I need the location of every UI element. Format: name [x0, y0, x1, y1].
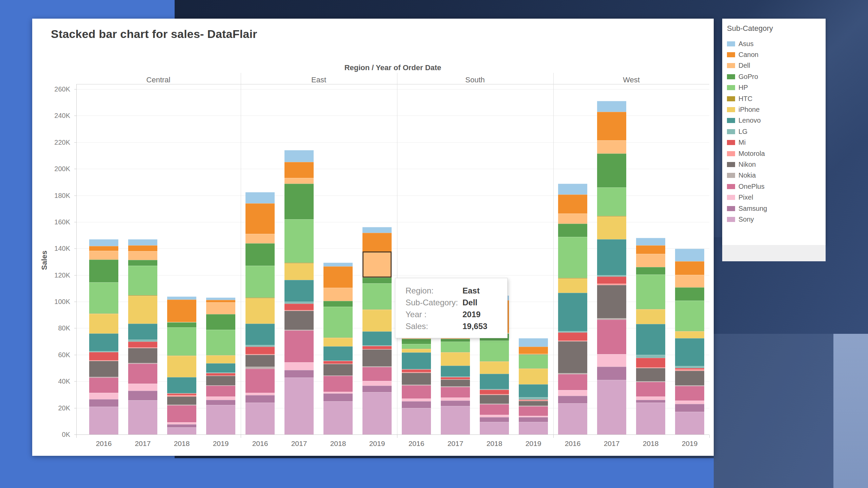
- bar-segment-iphone[interactable]: [245, 298, 275, 323]
- bar-segment-sony[interactable]: [597, 380, 626, 434]
- bar-segment-lenovo[interactable]: [167, 377, 196, 393]
- bar-segment-pixel[interactable]: [441, 398, 470, 401]
- bar-segment-gopro[interactable]: [597, 154, 626, 187]
- bar-segment-iphone[interactable]: [480, 362, 509, 373]
- bar-segment-hp[interactable]: [675, 301, 704, 331]
- bar-segment-lenovo[interactable]: [362, 331, 392, 346]
- bar-segment-gopro[interactable]: [206, 314, 235, 330]
- bar-segment-hp[interactable]: [167, 327, 196, 355]
- bar-segment-iphone[interactable]: [402, 349, 431, 352]
- bar-segment-lenovo[interactable]: [636, 324, 665, 354]
- bar-segment-samsung[interactable]: [402, 401, 431, 408]
- bar-segment-dell[interactable]: [128, 251, 157, 260]
- bar-segment-mi[interactable]: [636, 358, 665, 367]
- bar-segment-sony[interactable]: [519, 422, 548, 434]
- bar-segment-lenovo[interactable]: [89, 333, 118, 351]
- bar-segment-nikon[interactable]: [362, 349, 392, 366]
- legend-item-asus[interactable]: Asus: [727, 38, 826, 49]
- bar-segment-mi[interactable]: [128, 342, 157, 347]
- bar-segment-dell[interactable]: [675, 275, 704, 287]
- bar-segment-canon[interactable]: [128, 245, 157, 251]
- stacked-bar-south-2017[interactable]: [441, 332, 470, 434]
- bar-segment-samsung[interactable]: [441, 401, 470, 406]
- bar-segment-asus[interactable]: [558, 184, 587, 194]
- bar-segment-sony[interactable]: [245, 403, 275, 434]
- bar-segment-lenovo[interactable]: [480, 374, 509, 389]
- bar-segment-canon[interactable]: [519, 347, 548, 354]
- bar-segment-gopro[interactable]: [89, 260, 118, 282]
- legend-item-nokia[interactable]: Nokia: [727, 170, 826, 181]
- bar-segment-iphone[interactable]: [89, 314, 118, 333]
- bar-segment-canon[interactable]: [167, 300, 196, 322]
- bar-segment-hp[interactable]: [597, 187, 626, 216]
- bar-segment-asus[interactable]: [245, 192, 275, 203]
- bar-segment-dell[interactable]: [636, 254, 665, 267]
- bar-segment-dell[interactable]: [558, 214, 587, 223]
- bar-segment-oneplus[interactable]: [323, 376, 353, 392]
- bar-segment-lenovo[interactable]: [519, 384, 548, 398]
- bar-segment-nikon[interactable]: [89, 361, 118, 377]
- bar-segment-oneplus[interactable]: [636, 382, 665, 396]
- bar-segment-mi[interactable]: [480, 390, 509, 394]
- stacked-bar-west-2016[interactable]: [558, 184, 587, 434]
- bar-segment-canon[interactable]: [284, 162, 314, 178]
- bar-segment-samsung[interactable]: [323, 393, 353, 401]
- bar-segment-dell[interactable]: [362, 251, 392, 278]
- bar-segment-hp[interactable]: [128, 266, 157, 296]
- bar-segment-sony[interactable]: [323, 401, 353, 434]
- stacked-bar-west-2019[interactable]: [675, 249, 704, 434]
- bar-segment-sony[interactable]: [480, 422, 509, 434]
- bar-segment-gopro[interactable]: [323, 301, 353, 306]
- bar-segment-hp[interactable]: [402, 344, 431, 349]
- bar-segment-lenovo[interactable]: [558, 293, 587, 331]
- bar-segment-lenovo[interactable]: [128, 324, 157, 340]
- stacked-bar-east-2019[interactable]: [362, 227, 392, 434]
- bar-segment-nikon[interactable]: [636, 368, 665, 381]
- bar-segment-gopro[interactable]: [402, 339, 431, 344]
- bar-segment-mi[interactable]: [284, 304, 314, 310]
- bar-segment-asus[interactable]: [323, 263, 353, 266]
- bar-segment-gopro[interactable]: [245, 243, 275, 266]
- legend-item-hp[interactable]: HP: [727, 82, 826, 93]
- bar-segment-oneplus[interactable]: [128, 364, 157, 384]
- legend-item-oneplus[interactable]: OnePlus: [727, 181, 826, 192]
- bar-segment-hp[interactable]: [480, 341, 509, 361]
- legend-item-lg[interactable]: LG: [727, 126, 826, 137]
- bar-segment-pixel[interactable]: [89, 393, 118, 400]
- legend-item-iphone[interactable]: iPhone: [727, 104, 826, 115]
- bar-segment-nikon[interactable]: [167, 396, 196, 405]
- bar-segment-hp[interactable]: [89, 282, 118, 313]
- bar-segment-samsung[interactable]: [519, 417, 548, 422]
- bar-segment-hp[interactable]: [636, 274, 665, 309]
- bar-segment-nikon[interactable]: [558, 341, 587, 373]
- bar-segment-pixel[interactable]: [597, 354, 626, 367]
- bar-segment-lenovo[interactable]: [323, 346, 353, 361]
- bar-segment-hp[interactable]: [558, 237, 587, 278]
- bar-segment-mi[interactable]: [89, 352, 118, 361]
- bar-segment-oneplus[interactable]: [245, 369, 275, 393]
- bar-segment-iphone[interactable]: [167, 356, 196, 377]
- bar-segment-sony[interactable]: [167, 427, 196, 434]
- bar-segment-canon[interactable]: [362, 233, 392, 252]
- bar-segment-pixel[interactable]: [206, 396, 235, 400]
- stacked-bar-west-2018[interactable]: [636, 238, 665, 434]
- bar-segment-oneplus[interactable]: [362, 367, 392, 381]
- bar-segment-dell[interactable]: [323, 288, 353, 301]
- legend-item-gopro[interactable]: GoPro: [727, 71, 826, 82]
- bar-segment-nikon[interactable]: [519, 401, 548, 406]
- bar-segment-iphone[interactable]: [206, 355, 235, 363]
- stacked-bar-south-2019[interactable]: [519, 338, 548, 434]
- bar-segment-oneplus[interactable]: [480, 404, 509, 415]
- bar-segment-iphone[interactable]: [636, 309, 665, 324]
- bar-segment-sony[interactable]: [206, 405, 235, 434]
- bar-segment-sony[interactable]: [636, 403, 665, 434]
- stacked-bar-central-2016[interactable]: [89, 239, 118, 434]
- stacked-bar-east-2016[interactable]: [245, 192, 275, 434]
- bar-segment-hp[interactable]: [284, 219, 314, 263]
- bar-segment-nikon[interactable]: [480, 395, 509, 403]
- legend-item-pixel[interactable]: Pixel: [727, 192, 826, 203]
- bar-segment-mi[interactable]: [362, 346, 392, 349]
- bar-segment-hp[interactable]: [519, 355, 548, 368]
- bar-segment-sony[interactable]: [284, 378, 314, 434]
- bar-segment-asus[interactable]: [362, 227, 392, 232]
